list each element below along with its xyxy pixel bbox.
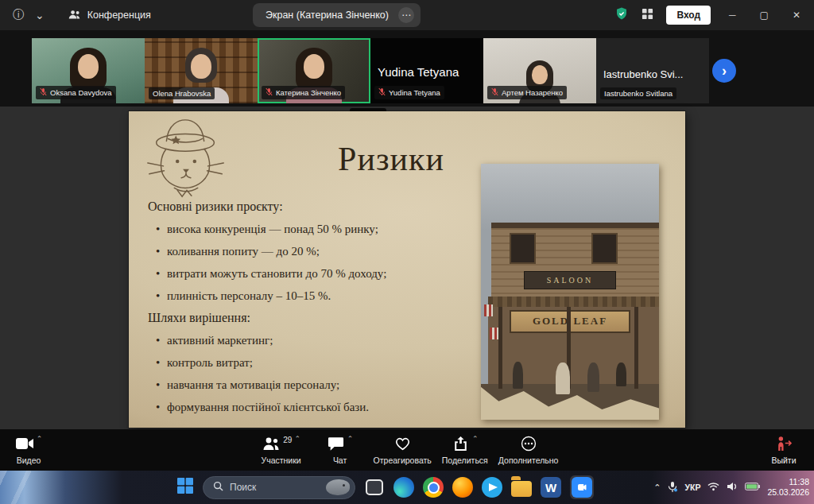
presentation-slide: Ризики Основні ризики проєкту: висока ко…: [129, 111, 685, 428]
chevron-up-icon[interactable]: ⌃: [472, 435, 479, 443]
video-tile-oksana[interactable]: Oksana Davydova: [32, 38, 145, 103]
participant-name-text: Iastrubenko Svitlana: [604, 89, 673, 98]
clock-time: 11:38: [767, 477, 809, 487]
firefox-browser-icon[interactable]: [452, 477, 473, 498]
video-tile-kateryna-active-speaker[interactable]: Катерина Зінченко: [258, 38, 370, 103]
solution-bullet-list: активний маркетинг; контроль витрат; нав…: [148, 329, 472, 418]
participant-name-text: Oksana Davydova: [50, 88, 112, 97]
share-screen-button[interactable]: ⌃ Поделиться: [440, 436, 490, 465]
slide-bullet: коливання попиту — до 20 %;: [148, 240, 472, 262]
file-explorer-icon[interactable]: [511, 477, 532, 498]
chrome-browser-icon[interactable]: [423, 477, 444, 498]
word-icon[interactable]: W: [541, 477, 561, 498]
close-button[interactable]: ✕: [787, 10, 806, 21]
more-button[interactable]: Дополнительно: [498, 436, 559, 465]
participant-display-name: Iastrubenko Svi...: [603, 68, 683, 80]
next-participants-page-button[interactable]: ›: [712, 59, 736, 83]
photo-flag: [484, 304, 493, 316]
slide-bullet: плинність персоналу – 10–15 %.: [148, 285, 472, 307]
wifi-icon[interactable]: [707, 482, 719, 493]
slide-bullet: витрати можуть становити до 70 % доходу;: [148, 262, 472, 285]
heart-icon: [393, 436, 412, 455]
tab-conference[interactable]: Конференция: [68, 9, 151, 22]
tab-conference-label: Конференция: [87, 10, 151, 21]
video-tile-artem[interactable]: Артем Назаренко: [483, 38, 596, 103]
zoom-app-icon[interactable]: [572, 477, 592, 498]
more-button-label: Дополнительно: [498, 456, 559, 465]
camera-icon: [15, 436, 34, 455]
windows-taskbar: Поиск W ⌃ УКР: [0, 471, 814, 504]
participant-name-label: Olena Hrabovska: [149, 87, 215, 99]
clock-date: 25.03.2026: [767, 487, 809, 498]
maximize-button[interactable]: ▢: [754, 10, 774, 21]
photo-person-silhouette: [556, 362, 570, 394]
chevron-up-icon[interactable]: ⌃: [37, 435, 43, 443]
volume-icon[interactable]: [727, 482, 738, 493]
zoom-app-window: ⓘ ⌄ Конференция Экран (Катерина Зінченко…: [0, 0, 814, 504]
chat-button-label: Чат: [333, 456, 347, 465]
participants-button-label: Участники: [262, 456, 301, 465]
participants-video-strip: Oksana Davydova Olena Hrabovska Катерина…: [0, 30, 814, 107]
input-device-icon[interactable]: [668, 481, 677, 494]
risk-bullet-list: висока конкуренція — понад 50 % ринку; к…: [148, 218, 472, 307]
chevron-up-icon[interactable]: ⌃: [347, 435, 354, 443]
tray-expand-icon[interactable]: ⌃: [653, 483, 661, 493]
chevron-up-icon[interactable]: ⌃: [294, 435, 300, 443]
share-button-label: Поделиться: [442, 456, 488, 465]
edge-browser-icon[interactable]: [393, 477, 414, 498]
participant-name-text: Yudina Tetyana: [389, 88, 440, 97]
leave-button-label: Выйти: [771, 456, 796, 465]
mic-muted-icon: [266, 87, 273, 98]
participants-icon: [262, 436, 281, 455]
language-indicator[interactable]: УКР: [684, 483, 700, 492]
task-view-icon[interactable]: [364, 477, 385, 498]
apps-grid-icon[interactable]: [642, 8, 653, 23]
participant-name-label: Артем Назаренко: [487, 86, 567, 99]
toolbar-center-group: 29 ⌃ Участники ⌃ Чат: [256, 436, 559, 465]
leave-meeting-icon: [775, 436, 793, 455]
taskbar-search[interactable]: Поиск: [203, 476, 355, 499]
participant-name-label: Катерина Зінченко: [262, 86, 345, 99]
mic-muted-icon: [40, 87, 47, 98]
login-button[interactable]: Вход: [666, 6, 711, 25]
minimize-button[interactable]: ─: [723, 10, 742, 21]
conference-people-icon: [68, 9, 81, 22]
share-screen-icon: [452, 436, 470, 455]
react-button[interactable]: Отреагировать: [374, 436, 432, 465]
participant-display-name: Yudina Tetyana: [378, 65, 459, 79]
photo-porch-roof: [488, 297, 659, 307]
battery-icon[interactable]: [745, 483, 760, 492]
info-icon[interactable]: ⓘ: [13, 8, 24, 22]
more-ellipsis-icon: [520, 436, 537, 455]
tab-more-icon[interactable]: ⋯: [398, 7, 414, 23]
participant-name-label: Yudina Tetyana: [374, 86, 444, 99]
photo-post: [498, 307, 502, 389]
slide-text-block: Основні ризики проєкту: висока конкуренц…: [148, 196, 472, 418]
titlebar: ⓘ ⌄ Конференция Экран (Катерина Зінченко…: [0, 0, 814, 30]
meeting-toolbar: ⌃ Видео 29 ⌃ Участники: [0, 429, 814, 471]
tab-screen-label: Экран (Катерина Зінченко): [266, 10, 389, 21]
zoom-app-active-indicator: [570, 475, 594, 499]
photo-flag: [490, 328, 498, 339]
tab-screen-share[interactable]: Экран (Катерина Зінченко) ⋯: [253, 3, 421, 27]
video-tile-iastrubenko-camera-off[interactable]: Iastrubenko Svi... Iastrubenko Svitlana: [596, 38, 709, 103]
telegram-icon[interactable]: [482, 477, 502, 498]
saloon-sign: SALOON: [524, 271, 616, 289]
photo-person-silhouette: [587, 362, 599, 392]
photo-window: [510, 233, 537, 264]
chevron-down-icon[interactable]: ⌄: [35, 9, 45, 21]
slide-bullet: контроль витрат;: [148, 351, 472, 374]
participant-name-text: Катерина Зінченко: [276, 88, 341, 97]
participants-button[interactable]: 29 ⌃ Участники: [256, 436, 307, 465]
chat-button[interactable]: ⌃ Чат: [315, 436, 366, 465]
leave-button[interactable]: Выйти: [758, 436, 809, 465]
video-tile-yudina-camera-off[interactable]: Yudina Tetyana Yudina Tetyana: [370, 38, 483, 103]
video-tile-olena[interactable]: Olena Hrabovska: [145, 38, 258, 103]
taskbar-clock[interactable]: 11:38 25.03.2026: [767, 477, 809, 498]
video-button-label: Видео: [17, 456, 41, 465]
security-shield-icon[interactable]: [614, 6, 629, 24]
photo-person-silhouette: [513, 362, 523, 389]
start-button[interactable]: [176, 477, 194, 498]
video-button[interactable]: ⌃ Видео: [3, 436, 54, 465]
participant-name-label: Iastrubenko Svitlana: [600, 87, 676, 99]
